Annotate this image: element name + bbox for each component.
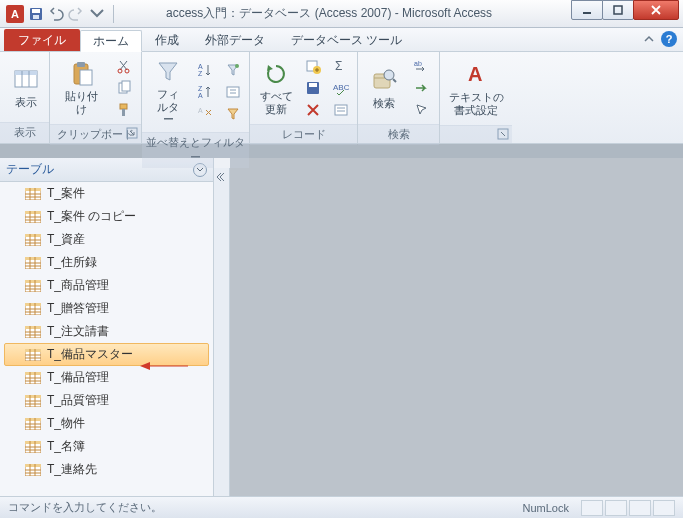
quick-access-toolbar xyxy=(28,5,118,23)
file-tab[interactable]: ファイル xyxy=(4,29,80,51)
dialog-launcher-icon[interactable] xyxy=(126,127,138,139)
copy-button[interactable] xyxy=(113,78,135,98)
paste-button[interactable]: 貼り付け xyxy=(56,58,107,117)
tab-external-data[interactable]: 外部データ xyxy=(192,29,278,51)
svg-rect-63 xyxy=(25,280,41,283)
nav-collapse-gutter[interactable] xyxy=(214,168,230,508)
svg-rect-10 xyxy=(77,62,85,67)
nav-item[interactable]: T_案件 のコピー xyxy=(4,205,209,228)
clear-sort-button[interactable]: A xyxy=(194,104,216,124)
view-shortcut-2[interactable] xyxy=(605,500,627,516)
new-record-button[interactable] xyxy=(302,56,324,76)
nav-item[interactable]: T_案件 xyxy=(4,182,209,205)
nav-item[interactable]: T_連絡先 xyxy=(4,458,209,481)
svg-rect-29 xyxy=(309,83,317,87)
find-button[interactable]: 検索 xyxy=(364,65,404,112)
dialog-launcher-icon[interactable] xyxy=(497,128,509,140)
svg-rect-69 xyxy=(25,303,41,306)
group-clipboard-label: クリップボード xyxy=(50,124,141,145)
qat-dropdown-icon[interactable] xyxy=(89,6,105,22)
nav-item-label: T_備品管理 xyxy=(47,369,109,386)
nav-item-label: T_案件 xyxy=(47,185,85,202)
save-icon[interactable] xyxy=(28,6,44,22)
view-icon xyxy=(12,66,40,94)
toggle-filter-button[interactable] xyxy=(222,104,244,124)
group-display: 表示 表示 xyxy=(0,52,50,143)
status-numlock: NumLock xyxy=(523,502,569,514)
table-icon xyxy=(25,372,41,384)
select-button[interactable] xyxy=(410,100,432,120)
nav-item[interactable]: T_名簿 xyxy=(4,435,209,458)
svg-rect-75 xyxy=(25,326,41,329)
spelling-button[interactable]: ABC xyxy=(330,78,352,98)
ribbon-tabs: ファイル ホーム 作成 外部データ データベース ツール ? xyxy=(0,28,683,52)
view-label: 表示 xyxy=(15,96,37,109)
work-area: テーブル T_案件T_案件 のコピーT_資産T_住所録T_商品管理T_贈答管理T… xyxy=(0,158,683,498)
tab-database-tools[interactable]: データベース ツール xyxy=(278,29,415,51)
annotation-arrow xyxy=(140,360,190,372)
svg-text:ABC: ABC xyxy=(333,83,349,92)
redo-icon[interactable] xyxy=(68,6,84,22)
replace-button[interactable]: ab xyxy=(410,56,432,76)
minimize-button[interactable] xyxy=(571,0,603,20)
sort-desc-button[interactable]: ZA xyxy=(194,82,216,102)
group-find-label: 検索 xyxy=(358,124,439,145)
nav-item-label: T_贈答管理 xyxy=(47,300,109,317)
document-area xyxy=(230,158,683,498)
group-text-label xyxy=(440,125,512,143)
paste-label: 貼り付け xyxy=(60,90,103,115)
nav-item[interactable]: T_商品管理 xyxy=(4,274,209,297)
tab-home[interactable]: ホーム xyxy=(80,30,142,52)
chevron-left-icon xyxy=(217,172,227,182)
group-records: すべて 更新 Σ ABC レコード xyxy=(250,52,358,143)
table-icon xyxy=(25,464,41,476)
more-records-button[interactable] xyxy=(330,100,352,120)
view-shortcut-3[interactable] xyxy=(629,500,651,516)
nav-item-label: T_備品マスター xyxy=(47,346,133,363)
svg-rect-1 xyxy=(32,9,40,13)
filter-icon xyxy=(154,58,182,86)
maximize-button[interactable] xyxy=(602,0,634,20)
nav-item-label: T_物件 xyxy=(47,415,85,432)
filter-button[interactable]: フィルター xyxy=(148,56,188,128)
view-shortcut-4[interactable] xyxy=(653,500,675,516)
close-button[interactable] xyxy=(633,0,679,20)
nav-item[interactable]: T_贈答管理 xyxy=(4,297,209,320)
advanced-filter-button[interactable] xyxy=(222,82,244,102)
svg-rect-93 xyxy=(25,395,41,398)
minimize-ribbon-icon[interactable] xyxy=(643,33,655,45)
svg-text:ab: ab xyxy=(414,60,422,67)
group-clipboard: 貼り付け クリップボード xyxy=(50,52,142,143)
totals-button[interactable]: Σ xyxy=(330,56,352,76)
save-record-button[interactable] xyxy=(302,78,324,98)
table-icon xyxy=(25,280,41,292)
refresh-all-button[interactable]: すべて 更新 xyxy=(256,58,296,117)
selection-filter-button[interactable] xyxy=(222,60,244,80)
nav-item[interactable]: T_資産 xyxy=(4,228,209,251)
goto-button[interactable] xyxy=(410,78,432,98)
nav-item[interactable]: T_注文請書 xyxy=(4,320,209,343)
svg-rect-105 xyxy=(25,441,41,444)
table-icon xyxy=(25,303,41,315)
svg-rect-111 xyxy=(25,464,41,467)
group-display-label: 表示 xyxy=(0,122,49,143)
table-icon xyxy=(25,395,41,407)
status-prompt: コマンドを入力してください。 xyxy=(8,500,162,515)
help-icon[interactable]: ? xyxy=(661,31,677,47)
tab-create[interactable]: 作成 xyxy=(142,29,192,51)
delete-record-button[interactable] xyxy=(302,100,324,120)
text-format-button[interactable]: A テキストの 書式設定 xyxy=(446,59,506,118)
view-shortcut-1[interactable] xyxy=(581,500,603,516)
nav-item[interactable]: T_住所録 xyxy=(4,251,209,274)
undo-icon[interactable] xyxy=(48,6,64,22)
text-format-label: テキストの 書式設定 xyxy=(449,91,504,116)
cut-button[interactable] xyxy=(113,56,135,76)
view-button[interactable]: 表示 xyxy=(6,64,46,111)
group-records-label: レコード xyxy=(250,124,357,145)
table-icon xyxy=(25,211,41,223)
nav-item[interactable]: T_物件 xyxy=(4,412,209,435)
nav-item[interactable]: T_品質管理 xyxy=(4,389,209,412)
sort-asc-button[interactable]: AZ xyxy=(194,60,216,80)
format-painter-button[interactable] xyxy=(113,100,135,120)
find-label: 検索 xyxy=(373,97,395,110)
